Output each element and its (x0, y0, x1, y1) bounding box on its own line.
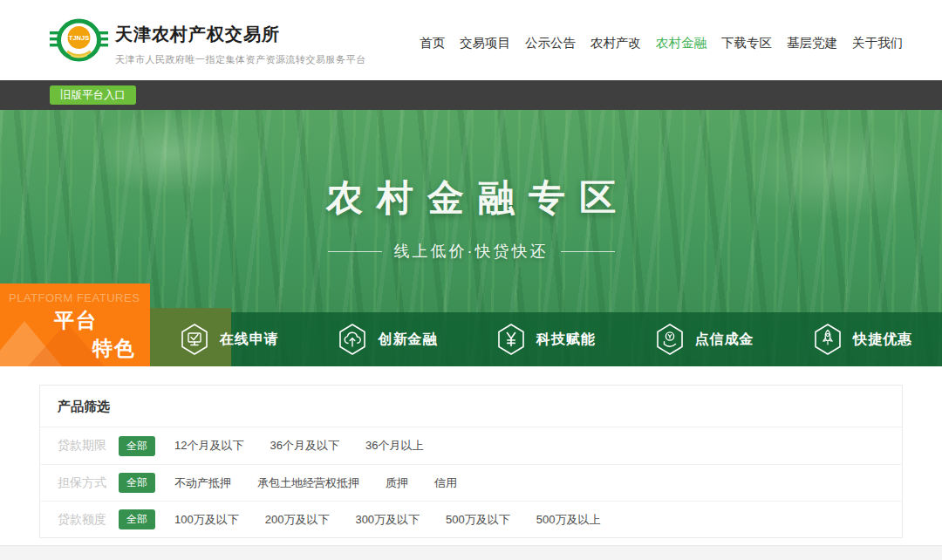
nav-item-rural-reform[interactable]: 农村产改 (590, 35, 641, 51)
filter-label: 贷款期限 (58, 438, 119, 454)
filter-label: 担保方式 (58, 475, 119, 491)
feature-bar: 在线申请 创新金融 (150, 312, 942, 366)
main-nav: 首页 交易项目 公示公告 农村产改 农村金融 下载专区 基层党建 关于我们 (420, 35, 903, 51)
filter-option[interactable]: 100万及以下 (174, 512, 239, 528)
filter-row-loan-amount: 贷款额度 全部 100万及以下 200万及以下 300万及以下 500万及以下 … (40, 501, 902, 537)
brand-block: 天津农村产权交易所 天津市人民政府唯一指定集体资产资源流转交易服务平台 (115, 23, 366, 66)
yen-icon (496, 323, 526, 356)
filter-option[interactable]: 36个月以上 (365, 438, 423, 454)
feature-label: 科技赋能 (536, 331, 596, 349)
secondary-bar: 旧版平台入口 (0, 80, 942, 110)
feature-label: 快捷优惠 (853, 331, 912, 349)
feature-label: 创新金融 (378, 331, 437, 349)
all-badge[interactable]: 全部 (119, 473, 155, 493)
feature-label: 点信成金 (695, 331, 754, 349)
feature-innovative-finance[interactable]: 创新金融 (338, 323, 437, 356)
nav-item-party-building[interactable]: 基层党建 (787, 35, 837, 51)
filter-title: 产品筛选 (40, 386, 902, 427)
all-badge[interactable]: 全部 (119, 509, 155, 529)
filter-option[interactable]: 200万及以下 (265, 512, 330, 528)
all-badge[interactable]: 全部 (119, 436, 155, 456)
filter-option[interactable]: 信用 (434, 475, 457, 491)
platform-features-en: PLATFORM FEATURES (9, 291, 150, 304)
platform-features-cn-line2: 特色 (92, 335, 150, 362)
site-header: TJNJS 天津农村产权交易所 天津市人民政府唯一指定集体资产资源流转交易服务平… (0, 0, 942, 80)
filter-option[interactable]: 300万及以下 (355, 512, 420, 528)
filter-option[interactable]: 不动产抵押 (174, 475, 231, 491)
filter-option[interactable]: 承包土地经营权抵押 (257, 475, 359, 491)
platform-features-box: PLATFORM FEATURES 平台 特色 (0, 283, 150, 366)
page: TJNJS 天津农村产权交易所 天津市人民政府唯一指定集体资产资源流转交易服务平… (0, 0, 942, 560)
svg-text:TJNJS: TJNJS (69, 34, 89, 42)
subtitle-left-line (328, 251, 382, 252)
nav-item-downloads[interactable]: 下载专区 (721, 35, 772, 51)
platform-features-cn-line1: 平台 (54, 307, 150, 334)
nav-item-announcements[interactable]: 公示公告 (525, 35, 576, 51)
filter-option[interactable]: 质押 (386, 475, 408, 491)
site-subtitle: 天津市人民政府唯一指定集体资产资源流转交易服务平台 (115, 53, 366, 66)
hero-banner: 农村金融专区 线上低价·快贷快还 PLATFORM FEATURES 平台 特色 (0, 110, 942, 366)
coin-hand-icon (655, 323, 685, 356)
filter-options: 100万及以下 200万及以下 300万及以下 500万及以下 500万及以上 (174, 512, 601, 528)
old-platform-entry-button[interactable]: 旧版平台入口 (50, 85, 136, 105)
nav-item-projects[interactable]: 交易项目 (460, 35, 510, 51)
footer-strip (0, 545, 942, 560)
feature-label: 在线申请 (220, 331, 279, 349)
nav-item-home[interactable]: 首页 (420, 35, 445, 51)
hero-title: 农村金融专区 (0, 174, 942, 222)
monitor-check-icon (180, 323, 209, 356)
site-title: 天津农村产权交易所 (115, 23, 366, 46)
nav-item-about-us[interactable]: 关于我们 (852, 35, 903, 51)
rocket-icon (813, 323, 843, 356)
filter-option[interactable]: 12个月及以下 (174, 438, 243, 454)
cloud-upload-icon (338, 323, 367, 356)
feature-quick-discount[interactable]: 快捷优惠 (813, 323, 912, 356)
filter-row-guarantee-method: 担保方式 全部 不动产抵押 承包土地经营权抵押 质押 信用 (40, 464, 902, 501)
feature-online-application[interactable]: 在线申请 (180, 323, 279, 356)
filter-label: 贷款额度 (58, 512, 119, 528)
filter-option[interactable]: 500万及以上 (536, 512, 601, 528)
tjnjs-logo-icon[interactable]: TJNJS (50, 11, 108, 69)
subtitle-right-line (561, 251, 615, 252)
filter-option[interactable]: 500万及以下 (446, 512, 510, 528)
hero-subtitle-row: 线上低价·快贷快还 (0, 241, 942, 262)
filter-options: 12个月及以下 36个月及以下 36个月以上 (174, 438, 423, 454)
filter-option[interactable]: 36个月及以下 (270, 438, 338, 454)
filter-row-loan-term: 贷款期限 全部 12个月及以下 36个月及以下 36个月以上 (40, 427, 902, 464)
product-filter-card: 产品筛选 贷款期限 全部 12个月及以下 36个月及以下 36个月以上 担保方式… (39, 385, 903, 538)
feature-credit-to-gold[interactable]: 点信成金 (655, 323, 754, 356)
feature-tech-empowerment[interactable]: 科技赋能 (496, 323, 596, 356)
nav-item-rural-finance[interactable]: 农村金融 (656, 35, 706, 51)
hero-subtitle: 线上低价·快贷快还 (394, 241, 549, 262)
filter-options: 不动产抵押 承包土地经营权抵押 质押 信用 (174, 475, 457, 491)
